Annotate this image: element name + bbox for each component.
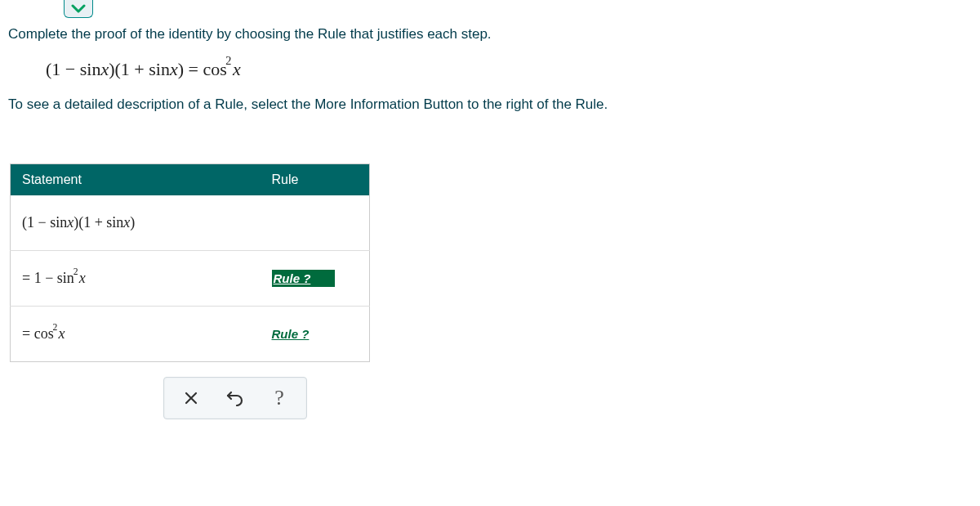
- table-row: = 1 − sin2x Rule ?: [11, 251, 370, 307]
- table-row: (1 − sinx)(1 + sinx): [11, 195, 370, 251]
- rule-cell: [261, 195, 370, 251]
- undo-button[interactable]: [223, 386, 247, 410]
- proof-table: Statement Rule (1 − sinx)(1 + sinx) = 1 …: [10, 163, 370, 363]
- table-row: = cos2x Rule ?: [11, 307, 370, 362]
- instruction-text-2: To see a detailed description of a Rule,…: [8, 95, 972, 114]
- rule-selector[interactable]: Rule ?: [272, 327, 310, 341]
- close-icon: [184, 391, 198, 405]
- collapse-toggle[interactable]: [64, 0, 93, 18]
- rule-cell: Rule ?: [261, 307, 370, 362]
- instruction-text: Complete the proof of the identity by ch…: [8, 25, 972, 44]
- help-button[interactable]: ?: [267, 386, 292, 410]
- rule-selector[interactable]: Rule ?: [272, 270, 336, 287]
- header-rule: Rule: [261, 163, 370, 195]
- header-statement: Statement: [11, 163, 261, 195]
- undo-icon: [226, 390, 244, 406]
- chevron-down-icon: [71, 4, 86, 14]
- clear-button[interactable]: [179, 386, 203, 410]
- statement-cell: = 1 − sin2x: [11, 251, 261, 307]
- identity-equation: (1 − sinx)(1 + sinx) = cos2x: [46, 59, 972, 80]
- statement-cell: (1 − sinx)(1 + sinx): [11, 195, 261, 251]
- statement-cell: = cos2x: [11, 307, 261, 362]
- rule-cell: Rule ?: [261, 251, 370, 307]
- action-toolbar: ?: [163, 377, 307, 419]
